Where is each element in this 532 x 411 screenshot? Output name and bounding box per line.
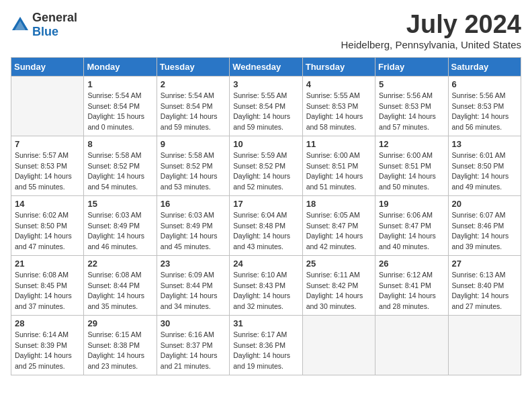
day-number: 20 xyxy=(452,199,517,209)
day-number: 16 xyxy=(161,199,226,209)
calendar-cell: 4Sunrise: 5:55 AMSunset: 8:53 PMDaylight… xyxy=(302,76,375,136)
calendar-cell: 28Sunrise: 6:14 AMSunset: 8:39 PMDayligh… xyxy=(11,315,84,375)
calendar-cell: 21Sunrise: 6:08 AMSunset: 8:45 PMDayligh… xyxy=(11,255,84,315)
day-info: Sunrise: 5:56 AMSunset: 8:53 PMDaylight:… xyxy=(452,91,517,133)
calendar-cell: 25Sunrise: 6:11 AMSunset: 8:42 PMDayligh… xyxy=(302,255,375,315)
day-number: 8 xyxy=(87,139,152,149)
week-row-5: 28Sunrise: 6:14 AMSunset: 8:39 PMDayligh… xyxy=(11,315,521,375)
day-header-friday: Friday xyxy=(375,57,448,76)
calendar-table: SundayMondayTuesdayWednesdayThursdayFrid… xyxy=(11,57,521,375)
calendar-cell: 16Sunrise: 6:03 AMSunset: 8:49 PMDayligh… xyxy=(157,195,229,255)
day-info: Sunrise: 5:59 AMSunset: 8:52 PMDaylight:… xyxy=(233,150,298,193)
day-number: 11 xyxy=(306,139,371,149)
day-info: Sunrise: 6:07 AMSunset: 8:46 PMDaylight:… xyxy=(452,210,517,253)
calendar-cell: 1Sunrise: 5:54 AMSunset: 8:54 PMDaylight… xyxy=(84,76,157,136)
calendar-cell: 15Sunrise: 6:03 AMSunset: 8:49 PMDayligh… xyxy=(84,195,157,255)
day-header-tuesday: Tuesday xyxy=(157,57,229,76)
day-number: 14 xyxy=(15,199,80,209)
calendar-cell: 23Sunrise: 6:09 AMSunset: 8:44 PMDayligh… xyxy=(157,255,229,315)
day-number: 21 xyxy=(15,259,80,269)
day-info: Sunrise: 6:00 AMSunset: 8:51 PMDaylight:… xyxy=(379,150,444,193)
calendar-cell: 14Sunrise: 6:02 AMSunset: 8:50 PMDayligh… xyxy=(11,195,84,255)
day-number: 28 xyxy=(15,318,80,328)
day-info: Sunrise: 5:57 AMSunset: 8:53 PMDaylight:… xyxy=(15,150,80,193)
calendar-cell: 31Sunrise: 6:17 AMSunset: 8:36 PMDayligh… xyxy=(230,315,302,375)
calendar-cell: 22Sunrise: 6:08 AMSunset: 8:44 PMDayligh… xyxy=(84,255,157,315)
day-number: 31 xyxy=(233,318,298,328)
day-number: 24 xyxy=(233,259,298,269)
logo: General Blue xyxy=(11,11,77,39)
day-number: 19 xyxy=(379,199,444,209)
day-number: 6 xyxy=(452,79,517,89)
day-info: Sunrise: 6:09 AMSunset: 8:44 PMDaylight:… xyxy=(161,270,226,312)
calendar-cell: 10Sunrise: 5:59 AMSunset: 8:52 PMDayligh… xyxy=(230,136,302,195)
calendar-cell: 17Sunrise: 6:04 AMSunset: 8:48 PMDayligh… xyxy=(230,195,302,255)
day-info: Sunrise: 6:17 AMSunset: 8:36 PMDaylight:… xyxy=(233,330,298,372)
day-info: Sunrise: 5:58 AMSunset: 8:52 PMDaylight:… xyxy=(87,150,152,193)
day-info: Sunrise: 5:54 AMSunset: 8:54 PMDaylight:… xyxy=(161,91,226,133)
day-info: Sunrise: 6:06 AMSunset: 8:47 PMDaylight:… xyxy=(379,210,444,253)
week-row-2: 7Sunrise: 5:57 AMSunset: 8:53 PMDaylight… xyxy=(11,136,521,195)
calendar-cell xyxy=(302,315,375,375)
day-number: 30 xyxy=(161,318,226,328)
day-number: 7 xyxy=(15,139,80,149)
day-info: Sunrise: 5:55 AMSunset: 8:54 PMDaylight:… xyxy=(233,91,298,133)
day-info: Sunrise: 6:08 AMSunset: 8:45 PMDaylight:… xyxy=(15,270,80,312)
day-number: 1 xyxy=(87,79,152,89)
week-row-3: 14Sunrise: 6:02 AMSunset: 8:50 PMDayligh… xyxy=(11,195,521,255)
day-number: 12 xyxy=(379,139,444,149)
week-row-1: 1Sunrise: 5:54 AMSunset: 8:54 PMDaylight… xyxy=(11,76,521,136)
day-info: Sunrise: 6:02 AMSunset: 8:50 PMDaylight:… xyxy=(15,210,80,253)
day-number: 22 xyxy=(87,259,152,269)
day-info: Sunrise: 6:04 AMSunset: 8:48 PMDaylight:… xyxy=(233,210,298,253)
calendar-cell: 12Sunrise: 6:00 AMSunset: 8:51 PMDayligh… xyxy=(375,136,448,195)
day-number: 9 xyxy=(161,139,226,149)
day-info: Sunrise: 6:00 AMSunset: 8:51 PMDaylight:… xyxy=(306,150,371,193)
calendar-cell: 24Sunrise: 6:10 AMSunset: 8:43 PMDayligh… xyxy=(230,255,302,315)
day-info: Sunrise: 6:13 AMSunset: 8:40 PMDaylight:… xyxy=(452,270,517,312)
day-info: Sunrise: 6:03 AMSunset: 8:49 PMDaylight:… xyxy=(87,210,152,253)
calendar-cell: 8Sunrise: 5:58 AMSunset: 8:52 PMDaylight… xyxy=(84,136,157,195)
day-info: Sunrise: 6:05 AMSunset: 8:47 PMDaylight:… xyxy=(306,210,371,253)
logo-text: General Blue xyxy=(32,11,77,39)
calendar-cell xyxy=(448,315,521,375)
day-number: 13 xyxy=(452,139,517,149)
calendar-cell: 5Sunrise: 5:56 AMSunset: 8:53 PMDaylight… xyxy=(375,76,448,136)
day-number: 26 xyxy=(379,259,444,269)
calendar-cell: 11Sunrise: 6:00 AMSunset: 8:51 PMDayligh… xyxy=(302,136,375,195)
page-header: General Blue July 2024 Heidelberg, Penns… xyxy=(11,11,521,50)
day-info: Sunrise: 6:11 AMSunset: 8:42 PMDaylight:… xyxy=(306,270,371,312)
day-header-wednesday: Wednesday xyxy=(230,57,302,76)
location-title: Heidelberg, Pennsylvania, United States xyxy=(341,39,522,50)
calendar-cell: 7Sunrise: 5:57 AMSunset: 8:53 PMDaylight… xyxy=(11,136,84,195)
day-number: 10 xyxy=(233,139,298,149)
calendar-cell: 30Sunrise: 6:16 AMSunset: 8:37 PMDayligh… xyxy=(157,315,229,375)
calendar-cell: 13Sunrise: 6:01 AMSunset: 8:50 PMDayligh… xyxy=(448,136,521,195)
day-number: 29 xyxy=(87,318,152,328)
day-header-thursday: Thursday xyxy=(302,57,375,76)
day-number: 27 xyxy=(452,259,517,269)
day-info: Sunrise: 6:03 AMSunset: 8:49 PMDaylight:… xyxy=(161,210,226,253)
day-header-saturday: Saturday xyxy=(448,57,521,76)
week-row-4: 21Sunrise: 6:08 AMSunset: 8:45 PMDayligh… xyxy=(11,255,521,315)
day-info: Sunrise: 6:14 AMSunset: 8:39 PMDaylight:… xyxy=(15,330,80,372)
day-header-monday: Monday xyxy=(84,57,157,76)
calendar-cell xyxy=(375,315,448,375)
day-info: Sunrise: 5:54 AMSunset: 8:54 PMDaylight:… xyxy=(87,91,152,133)
day-number: 5 xyxy=(379,79,444,89)
calendar-cell xyxy=(11,76,84,136)
calendar-cell: 3Sunrise: 5:55 AMSunset: 8:54 PMDaylight… xyxy=(230,76,302,136)
day-info: Sunrise: 5:55 AMSunset: 8:53 PMDaylight:… xyxy=(306,91,371,133)
day-info: Sunrise: 6:16 AMSunset: 8:37 PMDaylight:… xyxy=(161,330,226,372)
calendar-cell: 19Sunrise: 6:06 AMSunset: 8:47 PMDayligh… xyxy=(375,195,448,255)
day-info: Sunrise: 6:08 AMSunset: 8:44 PMDaylight:… xyxy=(87,270,152,312)
calendar-cell: 27Sunrise: 6:13 AMSunset: 8:40 PMDayligh… xyxy=(448,255,521,315)
calendar-cell: 9Sunrise: 5:58 AMSunset: 8:52 PMDaylight… xyxy=(157,136,229,195)
day-info: Sunrise: 6:12 AMSunset: 8:41 PMDaylight:… xyxy=(379,270,444,312)
calendar-cell: 2Sunrise: 5:54 AMSunset: 8:54 PMDaylight… xyxy=(157,76,229,136)
day-number: 4 xyxy=(306,79,371,89)
day-info: Sunrise: 5:56 AMSunset: 8:53 PMDaylight:… xyxy=(379,91,444,133)
day-info: Sunrise: 6:01 AMSunset: 8:50 PMDaylight:… xyxy=(452,150,517,193)
day-info: Sunrise: 6:15 AMSunset: 8:38 PMDaylight:… xyxy=(87,330,152,372)
day-number: 17 xyxy=(233,199,298,209)
